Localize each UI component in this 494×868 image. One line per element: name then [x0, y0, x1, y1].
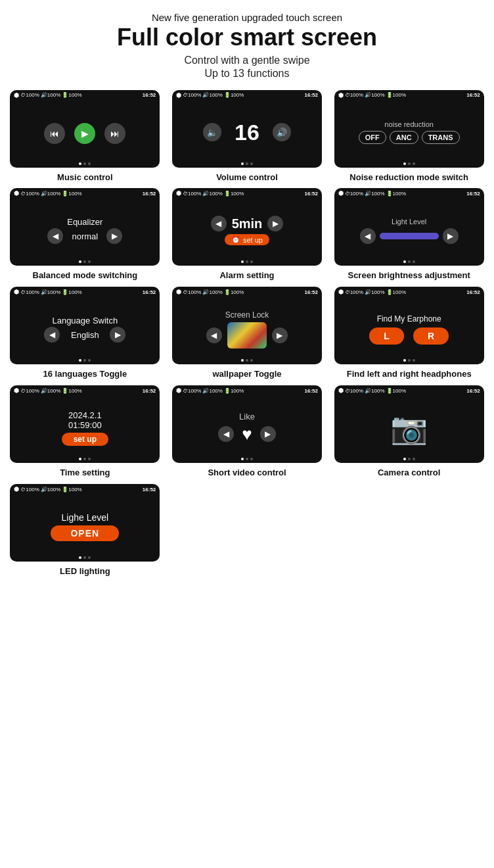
brightness-down-button[interactable]: ◀ [360, 228, 376, 244]
vid-next-button[interactable]: ▶ [260, 426, 276, 442]
time-label: Time setting [60, 468, 110, 479]
cell-noise-reduction: ⬢ ⏱100% 🔊100% 🔋100% 16:52 noise reductio… [330, 90, 487, 183]
sb-vid2: 🔊100% [202, 388, 222, 394]
alarm-setup-button[interactable]: ⏰ set up [225, 234, 269, 245]
camera-label: Camera control [378, 468, 440, 479]
sb-wall2: 🔊100% [202, 289, 222, 295]
play-button[interactable]: ▶ [74, 123, 95, 144]
eq-next-button[interactable]: ▶ [106, 228, 122, 244]
wall-next-button[interactable]: ▶ [272, 327, 288, 343]
sb-n1: ⏱100% [345, 92, 363, 98]
alarm-value: 5min [232, 216, 263, 231]
brightness-controls: ◀ ▶ [360, 228, 459, 244]
sb-eq2: 🔊100% [41, 191, 60, 197]
status-time: 16:52 [143, 92, 156, 98]
status-bar-br: ⬢ ⏱100% 🔊100% 🔋100% 16:52 [334, 188, 484, 197]
screen-short-video: ⬢ ⏱100% 🔊100% 🔋100% 16:52 Like ◀ ♥ ▶ [172, 385, 322, 463]
alarm-icon: ⏰ [231, 235, 240, 244]
sb-findt: 16:52 [466, 289, 480, 295]
noise-title: noise reduction [384, 120, 434, 128]
time-date-value: 2024.2.1 [68, 410, 102, 420]
eq-prev-button[interactable]: ◀ [47, 228, 63, 244]
eq-value: normal [68, 231, 101, 241]
cell-camera: ⬢ ⏱100% 🔊100% 🔋100% 16:52 📷 Camera contr… [330, 385, 487, 479]
status-bar-time: ⬢ ⏱100% 🔊100% 🔋100% 16:52 [10, 385, 160, 394]
wallpaper-preview [227, 322, 267, 349]
find-buttons: L R [369, 327, 449, 345]
brightness-label: Screen brightness adjustment [348, 270, 470, 281]
status-bar-noise: ⬢ ⏱100% 🔊100% 🔋100% 16:52 [334, 90, 484, 99]
vol-up-button[interactable]: 🔊 [273, 123, 291, 141]
prev-button[interactable]: ⏮ [44, 123, 65, 144]
find-left-button[interactable]: L [369, 327, 404, 345]
alarm-next-button[interactable]: ▶ [267, 216, 283, 231]
wallpaper-controls: ◀ ▶ [206, 322, 288, 349]
time-setup-button[interactable]: set up [62, 433, 108, 446]
sb-camt: 16:52 [466, 388, 480, 394]
noise-trans-button[interactable]: TRANS [422, 131, 460, 144]
find-label: Find left and right headphones [347, 369, 472, 380]
screen-find-earphone: ⬢ ⏱100% 🔊100% 🔋100% 16:52 Find My Earpho… [334, 287, 484, 364]
led-open-button[interactable]: OPEN [51, 525, 119, 541]
lang-next-button[interactable]: ▶ [110, 327, 125, 343]
status-bar-cam: ⬢ ⏱100% 🔊100% 🔋100% 16:52 [334, 385, 484, 394]
screen-led: ⬢ ⏱100% 🔊100% 🔋100% 16:52 Lighe Level OP… [10, 484, 160, 562]
header-title: Full color smart screen [7, 24, 487, 51]
screen-time-setting: ⬢ ⏱100% 🔊100% 🔋100% 16:52 2024.2.1 01:59… [10, 385, 160, 463]
sb-cam3: 🔋100% [386, 388, 406, 394]
sb-v3: 🔋100% [224, 92, 244, 98]
lang-prev-button[interactable]: ◀ [44, 327, 60, 343]
vid-prev-button[interactable]: ◀ [218, 426, 234, 442]
volume-label: Volume control [216, 172, 278, 183]
bluetooth-icon: ⬢ [14, 92, 19, 99]
cell-wallpaper: ⬢ ⏱100% 🔊100% 🔋100% 16:52 Screen Lock ◀ … [169, 287, 326, 380]
noise-off-button[interactable]: OFF [359, 131, 386, 144]
volume-controls: 🔈 16 🔊 [203, 120, 291, 145]
header-desc2: Up to 13 functions [7, 68, 487, 80]
vol-down-button[interactable]: 🔈 [203, 123, 221, 141]
alarm-controls: ◀ 5min ▶ [211, 216, 284, 231]
led-label: LED lighting [60, 566, 110, 577]
sb-n3: 🔋100% [386, 92, 406, 98]
bt-icon-v: ⬢ [176, 92, 181, 99]
sb-lang2: 🔊100% [41, 289, 60, 295]
sb-cam1: ⏱100% [345, 388, 363, 394]
screen-alarm: ⬢ ⏱100% 🔊100% 🔋100% 16:52 ◀ 5min ▶ ⏰ set… [172, 188, 322, 266]
status-bar-alarm: ⬢ ⏱100% 🔊100% 🔋100% 16:52 [172, 188, 322, 197]
equalizer-label: Balanced mode switching [33, 270, 138, 281]
like-title: Like [239, 412, 255, 422]
led-title: Lighe Level [62, 512, 109, 523]
sb-eq1: ⏱100% [20, 191, 39, 197]
sb-find1: ⏱100% [345, 289, 363, 295]
sb-vt: 16:52 [305, 92, 318, 98]
sb-time2: 🔊100% [41, 388, 60, 394]
status-bar-eq: ⬢ ⏱100% 🔊100% 🔋100% 16:52 [10, 188, 160, 197]
sb-al1: ⏱100% [183, 191, 201, 197]
next-button[interactable]: ⏭ [104, 123, 125, 144]
brightness-up-button[interactable]: ▶ [443, 228, 459, 244]
cell-music-control: ⬢ ⏱100% 🔊100% 🔋100% 16:52 ⏮ ▶ ⏭ Music co… [7, 90, 164, 183]
sb-nt: 16:52 [466, 92, 480, 98]
sb-alt: 16:52 [305, 191, 318, 197]
screen-language: ⬢ ⏱100% 🔊100% 🔋100% 16:52 Language Switc… [10, 287, 160, 364]
header-subtitle: New five generation upgraded touch scree… [7, 12, 487, 23]
sb-eq3: 🔋100% [62, 191, 81, 197]
sb-ledt: 16:52 [143, 487, 156, 493]
wallpaper-title: Screen Lock [225, 310, 269, 320]
sb-led3: 🔋100% [62, 487, 81, 493]
sb-vid3: 🔋100% [224, 388, 244, 394]
page-header: New five generation upgraded touch scree… [7, 12, 487, 80]
sb-v2: 🔊100% [202, 92, 222, 98]
wall-prev-button[interactable]: ◀ [206, 327, 222, 343]
bt-icon-wall: ⬢ [176, 289, 181, 295]
find-right-button[interactable]: R [413, 327, 449, 345]
sb-brt: 16:52 [466, 191, 480, 197]
noise-anc-button[interactable]: ANC [390, 131, 418, 144]
bt-icon-br: ⬢ [338, 190, 344, 197]
screen-brightness: ⬢ ⏱100% 🔊100% 🔋100% 16:52 Light Level ◀ … [334, 188, 484, 266]
bt-icon-led: ⬢ [14, 486, 19, 493]
alarm-prev-button[interactable]: ◀ [211, 216, 227, 231]
video-label: Short video control [208, 468, 286, 479]
status-batt2: 🔊100% [41, 92, 60, 98]
screen-noise-reduction: ⬢ ⏱100% 🔊100% 🔋100% 16:52 noise reductio… [334, 90, 484, 168]
